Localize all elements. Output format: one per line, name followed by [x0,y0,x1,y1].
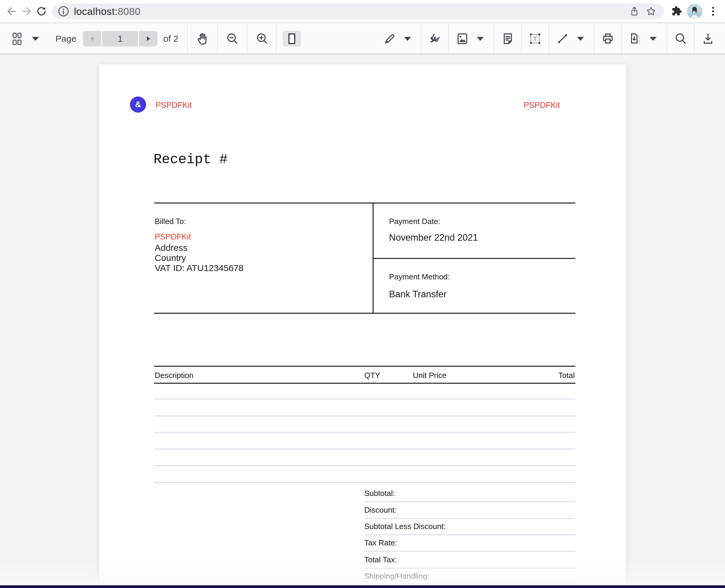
zoom-out-button[interactable] [225,32,239,46]
chevron-down-icon [28,32,42,46]
pan-hand-icon [196,32,209,46]
bookmark-star-icon [645,6,657,17]
pan-tool-button[interactable] [196,32,209,46]
item-row-divider [154,399,575,399]
image-icon [456,32,469,46]
back-icon [6,5,18,17]
billed-to-country: Country [155,253,186,263]
pen-options-button[interactable] [401,32,415,46]
text-icon: T [528,32,542,46]
chevron-down-icon [474,32,487,46]
billed-to-name: PSPDFKit [155,232,191,241]
toolbar-separator [276,24,277,54]
line-options-button[interactable] [573,32,587,46]
share-button[interactable] [626,4,643,19]
item-row-divider [154,448,575,449]
zoom-in-button[interactable] [255,32,269,46]
column-description: Description [155,371,194,380]
export-document-button[interactable] [628,32,642,46]
search-icon [674,32,687,46]
totals-label: Subtotal Less Discount: [364,522,446,531]
toolbar-separator [217,24,218,54]
bookmark-star-button[interactable] [643,4,660,19]
reload-icon [36,5,47,17]
signature-icon [428,32,442,46]
thumbnails-sidebar-button[interactable] [10,32,24,46]
pdf-toolbar: Page 1 of 2 [0,24,725,54]
text-button[interactable]: T [528,32,542,46]
item-row-divider [154,416,575,416]
zoom-out-icon [225,32,239,46]
column-total: Total [558,371,575,380]
next-page-icon [143,34,153,44]
signature-button[interactable] [428,32,442,46]
chevron-down-icon [646,32,660,46]
print-icon [601,32,615,46]
table-horizontal-divider [374,258,575,259]
totals-label: Subtotal: [364,489,395,498]
url-port: 8080 [118,6,141,17]
url-text[interactable]: localhost:8080 [74,6,140,17]
profile-avatar-image [687,4,702,19]
page-label: Page [56,34,76,44]
item-row-divider [154,465,575,466]
search-button[interactable] [674,32,687,46]
extensions-button[interactable] [668,3,684,20]
view-options-button[interactable] [28,32,42,46]
back-button[interactable] [4,3,19,20]
page-number-value: 1 [118,34,123,44]
image-button[interactable] [456,32,469,46]
billed-to-label: Billed To: [155,217,186,226]
export-options-button[interactable] [646,32,660,46]
page-count-label: of 2 [163,34,178,44]
svg-text:T: T [533,35,537,43]
browser-window: localhost:8080 [0,0,725,588]
forward-icon [21,5,33,17]
toolbar-right-group: T [376,24,725,54]
brand-text-left: PSPDFKit [156,101,192,110]
billed-to-vat: VAT ID: ATU12345678 [155,263,244,273]
line-button[interactable] [556,32,569,46]
page-navigation-control: 1 [83,31,157,46]
address-bar[interactable]: localhost:8080 [52,4,664,19]
toolbar-separator [247,24,247,54]
note-button[interactable] [501,32,515,46]
chrome-right-cluster [668,3,721,20]
annotate-pen-button[interactable] [383,32,397,46]
document-viewport[interactable]: & PSPDFKit PSPDFKit Receipt # Billed To:… [0,54,725,588]
profile-avatar[interactable] [687,4,702,19]
site-info-button[interactable] [57,4,71,18]
page-number-input[interactable]: 1 [102,31,138,46]
fit-page-button[interactable] [283,31,301,47]
browser-chrome: localhost:8080 [0,0,725,23]
previous-page-icon [87,34,97,44]
browser-menu-button[interactable] [705,3,721,20]
download-button[interactable] [701,32,715,46]
site-info-icon [57,4,71,18]
next-page-button[interactable] [139,31,157,46]
totals-row-tax-rate: Tax Rate: [364,532,575,552]
column-unit-price: Unit Price [413,371,447,380]
payment-method-label: Payment Method: [389,272,450,281]
line-icon [556,32,569,46]
totals-row-subtotal: Subtotal: [364,483,575,502]
image-options-button[interactable] [474,32,487,46]
chevron-down-icon [401,32,415,46]
browser-menu-dots-icon [707,5,719,17]
print-button[interactable] [601,32,615,46]
reload-button[interactable] [34,3,49,20]
totals-label: Tax Rate: [364,538,397,547]
item-row-divider [154,482,575,483]
extensions-puzzle-icon [670,5,682,18]
export-document-icon [628,32,642,46]
totals-label: Discount: [364,505,397,515]
annotate-pen-icon [383,32,397,46]
item-row-divider [154,432,575,433]
payment-method-value: Bank Transfer [389,289,447,300]
payment-date-value: November 22nd 2021 [389,232,478,243]
chevron-down-icon [573,32,587,46]
note-icon [501,32,515,46]
share-icon [629,6,640,17]
previous-page-button[interactable] [83,31,101,46]
forward-button[interactable] [19,3,34,20]
